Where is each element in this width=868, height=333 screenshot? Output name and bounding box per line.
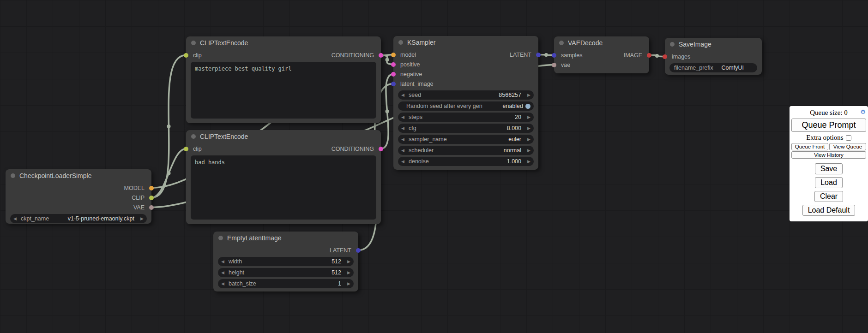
height-widget[interactable]: ◀height512▶	[218, 268, 354, 277]
node-title: EmptyLatentImage	[227, 234, 282, 242]
node-collapse-dot[interactable]	[191, 134, 196, 139]
cfg-widget[interactable]: ◀cfg8.000▶	[398, 124, 534, 133]
node-titlebar[interactable]: CheckpointLoaderSimple	[6, 169, 151, 182]
steps-widget[interactable]: ◀steps20▶	[398, 113, 534, 122]
CLIP-output-port[interactable]	[149, 196, 154, 200]
node-save-image[interactable]: SaveImageimagesfilename_prefixComfyUI	[665, 38, 762, 75]
increment-arrow-icon[interactable]: ▶	[138, 216, 144, 221]
view-history-button[interactable]: View History	[791, 151, 866, 159]
CONDITIONING-output-port[interactable]	[379, 53, 383, 58]
node-empty-latent-image[interactable]: EmptyLatentImageLATENT◀width512▶◀height5…	[213, 232, 358, 291]
filename-prefix-widget[interactable]: filename_prefixComfyUI	[669, 63, 757, 72]
vae-input-port[interactable]	[552, 63, 556, 67]
node-title: CheckpointLoaderSimple	[19, 172, 91, 179]
decrement-arrow-icon[interactable]: ◀	[401, 159, 407, 164]
node-ksampler[interactable]: KSamplermodelpositivenegativelatent_imag…	[393, 36, 538, 170]
decrement-arrow-icon[interactable]: ◀	[401, 137, 407, 142]
increment-arrow-icon[interactable]: ▶	[344, 270, 350, 275]
queue-prompt-button[interactable]: Queue Prompt	[791, 119, 866, 132]
save-button[interactable]: Save	[815, 163, 843, 174]
LATENT-output-port[interactable]	[536, 53, 541, 57]
node-checkpoint-loader[interactable]: CheckpointLoaderSimpleMODELCLIPVAE◀ckpt_…	[6, 169, 151, 224]
node-clip-text-encode-negative[interactable]: CLIPTextEncodeclipCONDITIONINGbad hands	[186, 130, 381, 224]
extra-options-label: Extra options	[806, 134, 843, 142]
node-clip-text-encode-positive[interactable]: CLIPTextEncodeclipCONDITIONINGmasterpiec…	[186, 36, 381, 123]
node-title: CLIPTextEncode	[200, 133, 248, 140]
decrement-arrow-icon[interactable]: ◀	[221, 281, 227, 286]
seed-widget[interactable]: ◀seed8566257▶	[398, 90, 534, 100]
width-widget[interactable]: ◀width512▶	[218, 257, 354, 266]
link-midpoint-dot	[655, 54, 659, 58]
node-graph-canvas[interactable]: Queue size: 0 ⚙ Queue Prompt Extra optio…	[0, 0, 868, 333]
positive-input-port[interactable]	[391, 62, 396, 67]
decrement-arrow-icon[interactable]: ◀	[401, 93, 407, 97]
increment-arrow-icon[interactable]: ▶	[524, 115, 530, 119]
node-titlebar[interactable]: SaveImage	[665, 38, 762, 51]
scheduler-widget[interactable]: ◀schedulernormal▶	[398, 146, 534, 155]
MODEL-output-port[interactable]	[149, 186, 154, 190]
node-collapse-dot[interactable]	[218, 236, 223, 240]
output-slot-IMAGE: IMAGE	[554, 50, 649, 60]
increment-arrow-icon[interactable]: ▶	[524, 93, 530, 97]
images-input-port[interactable]	[663, 54, 667, 59]
ckpt-name-widget[interactable]: ◀ckpt_namev1-5-pruned-emaonly.ckpt▶	[10, 214, 147, 223]
node-titlebar[interactable]: CLIPTextEncode	[186, 130, 381, 143]
IMAGE-output-port[interactable]	[647, 53, 651, 58]
node-titlebar[interactable]: KSampler	[393, 36, 538, 49]
decrement-arrow-icon[interactable]: ◀	[401, 115, 407, 119]
link-midpoint-dot	[544, 53, 548, 57]
latent_image-input-port[interactable]	[391, 82, 396, 86]
increment-arrow-icon[interactable]: ▶	[344, 259, 350, 264]
prompt-textarea[interactable]: bad hands	[191, 155, 376, 220]
output-slot-MODEL: MODEL	[6, 183, 151, 193]
view-queue-button[interactable]: View Queue	[829, 143, 866, 150]
CONDITIONING-output-port[interactable]	[379, 147, 383, 151]
prompt-textarea[interactable]: masterpiece best quality girl	[191, 62, 376, 119]
load-default-button[interactable]: Load Default	[802, 205, 856, 216]
node-titlebar[interactable]: VAEDecode	[554, 36, 649, 49]
toggle-on-indicator[interactable]	[525, 104, 530, 109]
widget-value: 8566257	[499, 92, 521, 98]
increment-arrow-icon[interactable]: ▶	[524, 159, 530, 164]
widget-label: sampler_name	[409, 136, 447, 143]
decrement-arrow-icon[interactable]: ◀	[401, 148, 407, 153]
settings-gear-icon[interactable]: ⚙	[860, 108, 866, 115]
Random seed after every gen-widget[interactable]: Random seed after every genenabled	[398, 101, 534, 111]
node-collapse-dot[interactable]	[398, 40, 403, 45]
input-slot-label: vae	[561, 62, 570, 68]
decrement-arrow-icon[interactable]: ◀	[13, 216, 19, 221]
node-vae-decode[interactable]: VAEDecodesamplesvaeIMAGE	[554, 36, 649, 73]
file-buttons-stack: Save Load Clear Load Default	[791, 163, 866, 216]
queue-size-label: Queue size: 0	[810, 109, 848, 116]
output-slot-label: CONDITIONING	[332, 52, 374, 59]
input-slot-label: negative	[400, 71, 422, 77]
batch-size-widget[interactable]: ◀batch_size1▶	[218, 279, 354, 288]
node-collapse-dot[interactable]	[11, 173, 15, 178]
widget-label: filename_prefix	[674, 65, 713, 71]
input-slot-label: images	[672, 54, 690, 60]
node-collapse-dot[interactable]	[191, 41, 196, 45]
extra-options-checkbox[interactable]	[846, 135, 851, 141]
load-button[interactable]: Load	[815, 177, 843, 188]
negative-input-port[interactable]	[391, 72, 396, 77]
input-slot-label: positive	[400, 61, 420, 68]
node-titlebar[interactable]: EmptyLatentImage	[213, 232, 358, 244]
decrement-arrow-icon[interactable]: ◀	[221, 270, 227, 275]
clear-button[interactable]: Clear	[814, 191, 843, 202]
denoise-widget[interactable]: ◀denoise1.000▶	[398, 157, 534, 166]
increment-arrow-icon[interactable]: ▶	[524, 126, 530, 131]
VAE-output-port[interactable]	[149, 205, 154, 210]
increment-arrow-icon[interactable]: ▶	[524, 148, 530, 153]
node-collapse-dot[interactable]	[559, 41, 564, 45]
widget-value: 20	[515, 114, 521, 120]
decrement-arrow-icon[interactable]: ◀	[401, 126, 407, 131]
input-slot-positive: positive	[393, 59, 538, 69]
increment-arrow-icon[interactable]: ▶	[524, 137, 530, 142]
LATENT-output-port[interactable]	[356, 248, 361, 253]
decrement-arrow-icon[interactable]: ◀	[221, 259, 227, 264]
node-collapse-dot[interactable]	[670, 42, 675, 47]
sampler-name-widget[interactable]: ◀sampler_nameeuler▶	[398, 135, 534, 144]
node-titlebar[interactable]: CLIPTextEncode	[186, 36, 381, 49]
queue-front-button[interactable]: Queue Front	[791, 143, 828, 150]
increment-arrow-icon[interactable]: ▶	[344, 281, 350, 286]
